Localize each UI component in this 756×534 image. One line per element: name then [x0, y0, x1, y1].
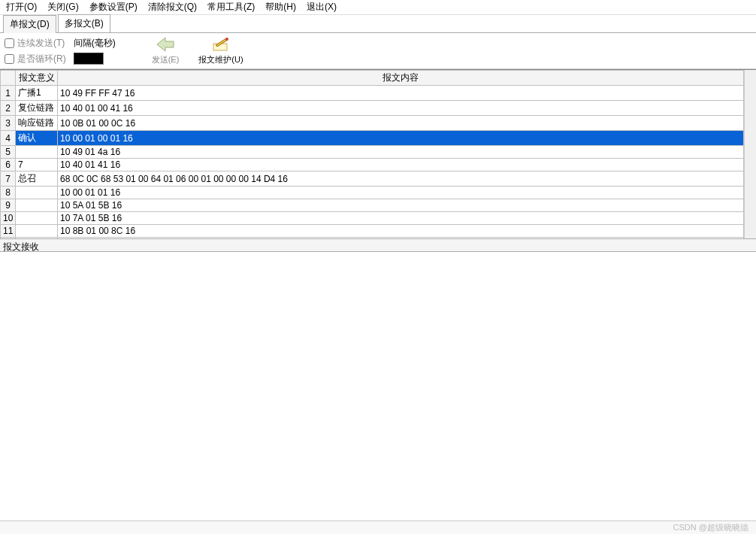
interval-input[interactable] [74, 53, 104, 65]
cell-meaning[interactable]: 确认 [16, 131, 58, 146]
cell-content[interactable]: 10 00 01 01 16 [58, 187, 744, 199]
table-row[interactable]: 6710 40 01 41 16 [1, 159, 744, 171]
send-label: 发送(E) [152, 54, 180, 65]
table-row[interactable]: 2复位链路10 40 01 00 41 16 [1, 101, 744, 116]
cell-meaning[interactable] [16, 199, 58, 212]
toolbar: 连续发送(T) 是否循环(R) 间隔(毫秒) 发送(E) 报文维护(U) [0, 33, 756, 69]
checkbox-loop[interactable]: 是否循环(R) [5, 53, 66, 65]
menu-bar: 打开(O) 关闭(G) 参数设置(P) 清除报文(Q) 常用工具(Z) 帮助(H… [0, 0, 756, 15]
svg-point-1 [225, 38, 228, 41]
menu-clear[interactable]: 清除报文(Q) [148, 1, 197, 14]
row-number[interactable]: 11 [1, 225, 16, 238]
table-row[interactable]: 3响应链路10 0B 01 00 0C 16 [1, 116, 744, 131]
cell-meaning[interactable] [16, 187, 58, 199]
row-number[interactable]: 1 [1, 86, 16, 101]
maintain-icon [211, 36, 231, 53]
table-row[interactable]: 7总召68 0C 0C 68 53 01 00 64 01 06 00 01 0… [1, 171, 744, 187]
cell-meaning[interactable] [16, 212, 58, 225]
status-bar: CSDN @超级晓晓德 [0, 520, 756, 534]
col-header-meaning[interactable]: 报文意义 [16, 71, 58, 86]
send-icon [156, 36, 175, 53]
cell-content[interactable]: 10 7A 01 5B 16 [58, 212, 744, 225]
cell-content[interactable]: 68 0C 0C 68 53 01 00 64 01 06 00 01 00 0… [58, 171, 744, 187]
cell-meaning[interactable] [16, 238, 58, 239]
cell-meaning[interactable]: 响应链路 [16, 116, 58, 131]
cell-meaning[interactable] [16, 146, 58, 159]
menu-exit[interactable]: 退出(X) [307, 1, 337, 14]
table-row[interactable]: 910 5A 01 5B 16 [1, 199, 744, 212]
checkbox-continuous-input[interactable] [5, 38, 14, 48]
checkbox-continuous-send[interactable]: 连续发送(T) [5, 37, 66, 50]
row-number[interactable]: 7 [1, 171, 16, 187]
table-row[interactable]: 1210 80 01 00 81 16 [1, 238, 744, 239]
cell-content[interactable]: 10 49 FF FF 47 16 [58, 86, 744, 101]
cell-content[interactable]: 10 00 01 00 01 16 [58, 131, 744, 146]
col-header-num[interactable] [1, 71, 16, 86]
row-number[interactable]: 9 [1, 199, 16, 212]
recv-area [0, 252, 756, 523]
menu-help[interactable]: 帮助(H) [265, 1, 296, 14]
cell-content[interactable]: 10 49 01 4a 16 [58, 146, 744, 159]
row-number[interactable]: 10 [1, 212, 16, 225]
recv-section-label: 报文接收 [0, 238, 756, 252]
row-number[interactable]: 12 [1, 238, 16, 239]
checkbox-loop-label: 是否循环(R) [17, 53, 66, 65]
watermark: CSDN @超级晓晓德 [673, 522, 748, 533]
interval-label: 间隔(毫秒) [74, 37, 116, 50]
tab-bar: 单报文(D) 多报文(B) [0, 15, 756, 33]
message-table-wrap: 报文意义 报文内容 1广播110 49 FF FF 47 162复位链路10 4… [0, 69, 756, 238]
cell-content[interactable]: 10 8B 01 00 8C 16 [58, 225, 744, 238]
tab-multi[interactable]: 多报文(B) [58, 14, 110, 32]
cell-meaning[interactable]: 总召 [16, 171, 58, 187]
row-number[interactable]: 3 [1, 116, 16, 131]
cell-meaning[interactable]: 7 [16, 159, 58, 171]
checkbox-loop-input[interactable] [5, 54, 14, 64]
menu-tools[interactable]: 常用工具(Z) [207, 1, 255, 14]
cell-content[interactable]: 10 80 01 00 81 16 [58, 238, 744, 239]
menu-open[interactable]: 打开(O) [6, 1, 37, 14]
table-row[interactable]: 1110 8B 01 00 8C 16 [1, 225, 744, 238]
table-row[interactable]: 510 49 01 4a 16 [1, 146, 744, 159]
table-scrollbar[interactable] [744, 70, 756, 238]
row-number[interactable]: 6 [1, 159, 16, 171]
cell-meaning[interactable]: 复位链路 [16, 101, 58, 116]
table-row[interactable]: 1广播110 49 FF FF 47 16 [1, 86, 744, 101]
col-header-content[interactable]: 报文内容 [58, 71, 744, 86]
cell-meaning[interactable]: 广播1 [16, 86, 58, 101]
cell-content[interactable]: 10 40 01 00 41 16 [58, 101, 744, 116]
menu-close[interactable]: 关闭(G) [47, 1, 78, 14]
checkbox-continuous-label: 连续发送(T) [17, 37, 65, 50]
message-table: 报文意义 报文内容 1广播110 49 FF FF 47 162复位链路10 4… [0, 70, 744, 238]
row-number[interactable]: 5 [1, 146, 16, 159]
send-button[interactable]: 发送(E) [146, 35, 186, 67]
table-row[interactable]: 4确认10 00 01 00 01 16 [1, 131, 744, 146]
table-row[interactable]: 810 00 01 01 16 [1, 187, 744, 199]
maintain-label: 报文维护(U) [198, 54, 243, 65]
maintain-button[interactable]: 报文维护(U) [192, 35, 249, 67]
cell-content[interactable]: 10 5A 01 5B 16 [58, 199, 744, 212]
cell-meaning[interactable] [16, 225, 58, 238]
table-row[interactable]: 1010 7A 01 5B 16 [1, 212, 744, 225]
cell-content[interactable]: 10 0B 01 00 0C 16 [58, 116, 744, 131]
row-number[interactable]: 2 [1, 101, 16, 116]
row-number[interactable]: 4 [1, 131, 16, 146]
row-number[interactable]: 8 [1, 187, 16, 199]
cell-content[interactable]: 10 40 01 41 16 [58, 159, 744, 171]
menu-params[interactable]: 参数设置(P) [89, 1, 138, 14]
tab-single[interactable]: 单报文(D) [3, 15, 56, 33]
